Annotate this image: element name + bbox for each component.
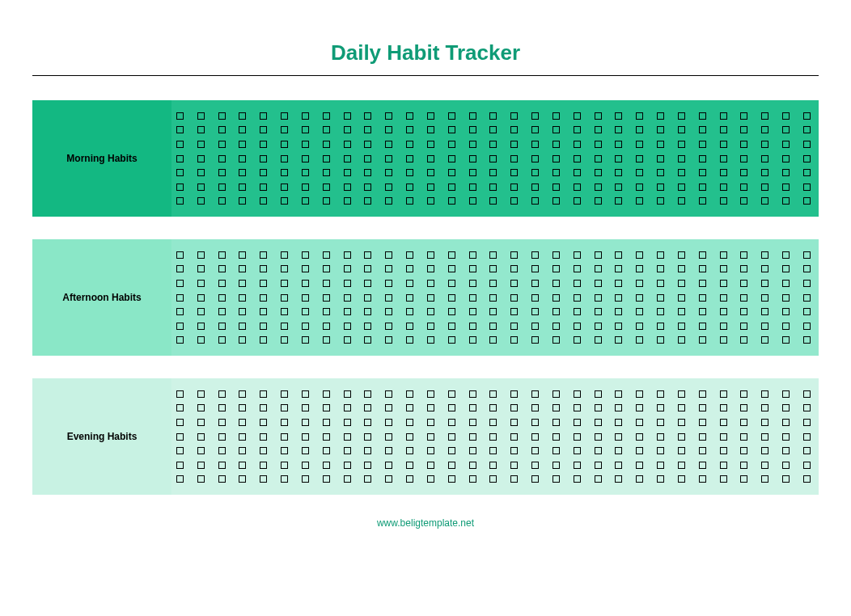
habit-checkbox[interactable] [782,184,790,191]
habit-checkbox[interactable] [469,294,476,302]
habit-checkbox[interactable] [197,141,205,148]
habit-checkbox[interactable] [385,169,392,176]
habit-checkbox[interactable] [406,141,413,148]
habit-checkbox[interactable] [344,336,351,344]
habit-checkbox[interactable] [803,265,811,272]
habit-checkbox[interactable] [197,462,205,469]
habit-checkbox[interactable] [406,265,413,272]
habit-checkbox[interactable] [281,155,288,162]
habit-checkbox[interactable] [323,475,330,483]
habit-checkbox[interactable] [595,126,602,133]
habit-checkbox[interactable] [803,251,811,259]
habit-checkbox[interactable] [385,141,392,148]
habit-checkbox[interactable] [740,126,747,133]
habit-checkbox[interactable] [761,141,768,148]
habit-checkbox[interactable] [239,126,246,133]
habit-checkbox[interactable] [803,475,811,483]
habit-checkbox[interactable] [406,169,413,176]
habit-checkbox[interactable] [615,265,622,272]
habit-checkbox[interactable] [678,294,685,302]
habit-checkbox[interactable] [803,141,811,148]
habit-checkbox[interactable] [239,404,246,411]
habit-checkbox[interactable] [469,112,476,120]
habit-checkbox[interactable] [531,390,539,398]
footer-link[interactable]: www.beligtemplate.net [32,517,819,529]
habit-checkbox[interactable] [636,462,643,469]
habit-checkbox[interactable] [678,155,685,162]
habit-checkbox[interactable] [803,294,811,302]
habit-checkbox[interactable] [197,323,205,330]
habit-checkbox[interactable] [281,419,288,426]
habit-checkbox[interactable] [406,462,413,469]
habit-checkbox[interactable] [740,447,747,454]
habit-checkbox[interactable] [427,251,434,259]
habit-checkbox[interactable] [510,475,518,483]
habit-checkbox[interactable] [699,280,706,287]
habit-checkbox[interactable] [364,112,371,120]
habit-checkbox[interactable] [615,323,622,330]
habit-checkbox[interactable] [323,308,330,315]
habit-checkbox[interactable] [615,447,622,454]
habit-checkbox[interactable] [364,404,371,411]
habit-checkbox[interactable] [553,475,560,483]
habit-checkbox[interactable] [469,475,476,483]
habit-checkbox[interactable] [782,433,790,441]
habit-checkbox[interactable] [489,462,497,469]
habit-checkbox[interactable] [281,184,288,191]
habit-checkbox[interactable] [489,169,497,176]
habit-checkbox[interactable] [574,475,581,483]
habit-checkbox[interactable] [302,294,309,302]
habit-checkbox[interactable] [636,169,643,176]
habit-checkbox[interactable] [510,294,518,302]
habit-checkbox[interactable] [699,141,706,148]
habit-checkbox[interactable] [615,141,622,148]
habit-checkbox[interactable] [281,336,288,344]
habit-checkbox[interactable] [699,404,706,411]
habit-checkbox[interactable] [281,141,288,148]
habit-checkbox[interactable] [531,294,539,302]
habit-checkbox[interactable] [427,184,434,191]
habit-checkbox[interactable] [531,141,539,148]
habit-checkbox[interactable] [699,433,706,441]
habit-checkbox[interactable] [761,294,768,302]
habit-checkbox[interactable] [260,112,267,120]
habit-checkbox[interactable] [678,126,685,133]
habit-checkbox[interactable] [385,265,392,272]
habit-checkbox[interactable] [636,251,643,259]
habit-checkbox[interactable] [678,112,685,120]
habit-checkbox[interactable] [553,280,560,287]
habit-checkbox[interactable] [531,336,539,344]
habit-checkbox[interactable] [302,419,309,426]
habit-checkbox[interactable] [720,112,727,120]
habit-checkbox[interactable] [510,184,518,191]
habit-checkbox[interactable] [176,419,184,426]
habit-checkbox[interactable] [427,390,434,398]
habit-checkbox[interactable] [239,323,246,330]
habit-checkbox[interactable] [489,323,497,330]
habit-checkbox[interactable] [531,251,539,259]
habit-checkbox[interactable] [344,169,351,176]
habit-checkbox[interactable] [427,462,434,469]
habit-checkbox[interactable] [281,323,288,330]
habit-checkbox[interactable] [239,169,246,176]
habit-checkbox[interactable] [260,126,267,133]
habit-checkbox[interactable] [699,251,706,259]
habit-checkbox[interactable] [469,155,476,162]
habit-checkbox[interactable] [260,336,267,344]
habit-checkbox[interactable] [260,280,267,287]
habit-checkbox[interactable] [615,308,622,315]
habit-checkbox[interactable] [740,112,747,120]
habit-checkbox[interactable] [574,184,581,191]
habit-checkbox[interactable] [782,251,790,259]
habit-checkbox[interactable] [657,475,664,483]
habit-checkbox[interactable] [239,141,246,148]
habit-checkbox[interactable] [615,155,622,162]
habit-checkbox[interactable] [385,280,392,287]
habit-checkbox[interactable] [302,433,309,441]
habit-checkbox[interactable] [302,197,309,205]
habit-checkbox[interactable] [678,404,685,411]
habit-checkbox[interactable] [531,280,539,287]
habit-checkbox[interactable] [218,390,226,398]
habit-checkbox[interactable] [260,251,267,259]
habit-checkbox[interactable] [197,126,205,133]
